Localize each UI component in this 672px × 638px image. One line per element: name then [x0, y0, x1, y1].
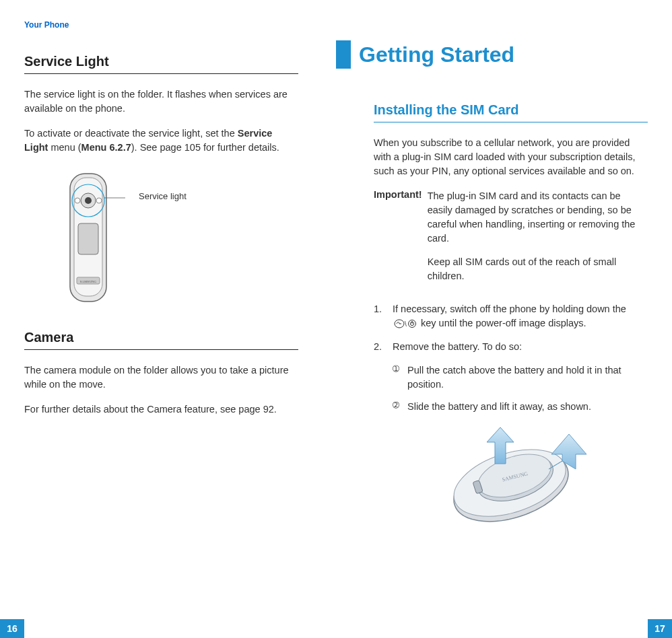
- step-1-text: If necessary, switch off the phone by ho…: [393, 302, 648, 330]
- substep-marker: ➀: [393, 363, 403, 392]
- callout-label: Service light: [139, 191, 187, 201]
- page-number-left: 16: [0, 619, 24, 638]
- page-left: Your Phone Service Light The service lig…: [0, 0, 336, 638]
- battery-illustration: SAMSUNG: [430, 422, 592, 530]
- svg-point-5: [75, 198, 80, 203]
- svg-rect-7: [78, 223, 98, 254]
- sim-p1: When you subscribe to a cellular network…: [374, 136, 648, 178]
- page-number-right: 17: [648, 619, 672, 638]
- section-sim-title: Installing the SIM Card: [374, 102, 648, 122]
- substep-2-text: Slide the battery and lift it away, as s…: [407, 400, 591, 414]
- figure-battery-removal: SAMSUNG: [374, 422, 648, 530]
- step-2: 2. Remove the battery. To do so:: [374, 340, 648, 354]
- substep-2: ➁ Slide the battery and lift it away, as…: [393, 400, 648, 414]
- phone-illustration: SAMSUNG: [51, 171, 125, 306]
- step-2-text: Remove the battery. To do so:: [393, 340, 522, 354]
- svg-text:\: \: [405, 320, 407, 328]
- important-text: The plug-in SIM card and its contacts ca…: [428, 189, 648, 293]
- page-right: Getting Started Installing the SIM Card …: [336, 0, 672, 638]
- step-number: 2.: [374, 340, 386, 354]
- chapter-accent-bar: [336, 40, 351, 69]
- text-fragment: key until the power-off image displays.: [421, 318, 586, 328]
- chapter-title-text: Getting Started: [359, 42, 514, 67]
- camera-p1: The camera module on the folder allows y…: [24, 363, 298, 392]
- substep-marker: ➁: [393, 400, 403, 414]
- important-p1: The plug-in SIM card and its contacts ca…: [428, 189, 648, 246]
- camera-p2: For further details about the Camera fea…: [24, 402, 298, 417]
- service-light-p2: To activate or deactivate the service li…: [24, 127, 298, 155]
- service-light-p1: The service light is on the folder. It f…: [24, 87, 298, 116]
- section-camera-title: Camera: [24, 330, 298, 350]
- svg-point-6: [96, 198, 102, 203]
- step-1: 1. If necessary, switch off the phone by…: [374, 302, 648, 330]
- important-p2: Keep all SIM cards out of the reach of s…: [428, 255, 648, 283]
- callout: Service light: [139, 191, 187, 201]
- substeps-list: ➀ Pull the catch above the battery and h…: [393, 363, 648, 414]
- text-fragment: If necessary, switch off the phone by ho…: [393, 304, 626, 314]
- figure-service-light: SAMSUNG Service light: [51, 171, 298, 306]
- text-fragment: menu (: [48, 142, 81, 153]
- substep-1: ➀ Pull the catch above the battery and h…: [393, 363, 648, 392]
- text-fragment: To activate or deactivate the service li…: [24, 128, 238, 139]
- power-key-icon: \: [394, 319, 417, 328]
- important-block: Important! The plug-in SIM card and its …: [374, 189, 648, 293]
- substep-1-text: Pull the catch above the battery and hol…: [407, 363, 648, 392]
- svg-point-4: [85, 197, 92, 204]
- section-service-light-title: Service Light: [24, 54, 298, 74]
- step-number: 1.: [374, 302, 386, 330]
- chapter-title: Getting Started: [374, 40, 648, 69]
- steps-list: 1. If necessary, switch off the phone by…: [374, 302, 648, 354]
- text-fragment: ). See page 105 for further details.: [131, 142, 279, 153]
- svg-text:SAMSUNG: SAMSUNG: [80, 280, 97, 283]
- important-label: Important!: [374, 189, 422, 293]
- running-head: Your Phone: [24, 20, 298, 30]
- text-bold: Menu 6.2.7: [81, 142, 131, 153]
